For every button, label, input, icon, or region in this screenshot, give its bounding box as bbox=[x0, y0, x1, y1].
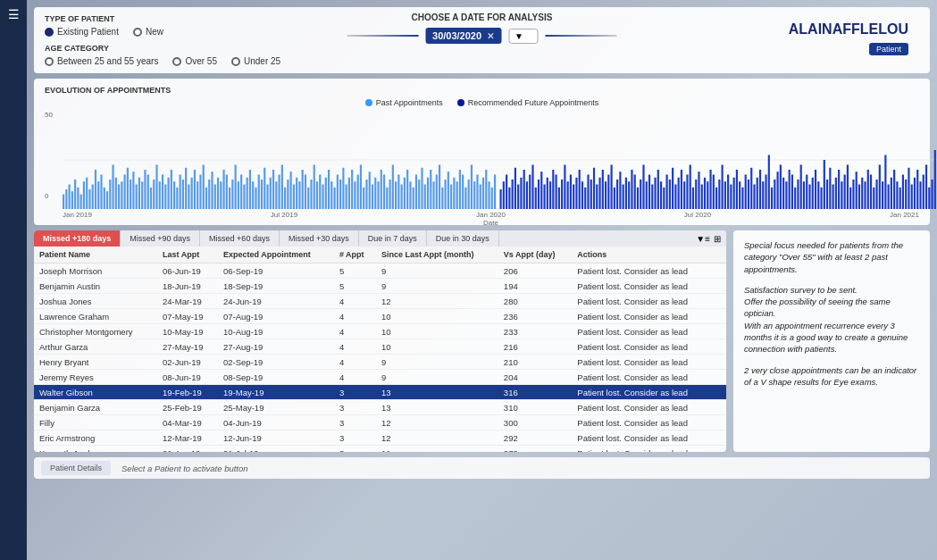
svg-rect-81 bbox=[293, 185, 295, 210]
table-row[interactable]: Eric Armstrong 12-Mar-19 12-Jun-19 3 12 … bbox=[34, 430, 726, 446]
patient-button[interactable]: Patient bbox=[869, 43, 908, 55]
table-row[interactable]: Joshua Jones 24-Mar-19 24-Jun-19 4 12 28… bbox=[34, 294, 726, 309]
existing-patient-radio[interactable]: Existing Patient bbox=[45, 27, 119, 37]
svg-rect-112 bbox=[383, 175, 385, 210]
cell-action: Patient lost. Consider as lead bbox=[572, 355, 715, 370]
svg-rect-176 bbox=[573, 185, 574, 210]
table-scroll[interactable]: Patient Name Last Appt Expected Appointm… bbox=[34, 247, 726, 452]
cell-since-last: 9 bbox=[376, 279, 498, 294]
current-date: 30/03/2020 bbox=[432, 30, 481, 41]
svg-rect-19 bbox=[112, 165, 113, 210]
cell-vs-appt: 206 bbox=[498, 263, 573, 279]
table-row[interactable]: Benjamin Garza 25-Feb-19 25-May-19 3 13 … bbox=[34, 400, 726, 415]
radio-dot bbox=[45, 28, 54, 37]
svg-rect-230 bbox=[730, 185, 732, 210]
svg-rect-22 bbox=[121, 181, 122, 209]
svg-rect-98 bbox=[342, 168, 344, 209]
svg-rect-177 bbox=[575, 178, 577, 209]
age-25-55[interactable]: Between 25 and 55 years bbox=[45, 56, 158, 66]
svg-rect-24 bbox=[127, 168, 129, 209]
legend-future-label: Recommended Future Appointments bbox=[468, 98, 599, 107]
svg-rect-104 bbox=[360, 165, 362, 210]
svg-rect-29 bbox=[141, 181, 143, 209]
tab-due-7[interactable]: Due in 7 days bbox=[359, 230, 427, 247]
svg-rect-274 bbox=[858, 185, 860, 210]
hamburger-icon[interactable]: ☰ bbox=[8, 7, 20, 21]
table-row[interactable]: Filly 04-Mar-19 04-Jun-19 3 12 300 Patie… bbox=[34, 415, 726, 430]
patient-details-button[interactable]: Patient Details bbox=[41, 461, 111, 475]
cell-since-last: 10 bbox=[376, 324, 498, 339]
svg-rect-45 bbox=[188, 185, 189, 210]
tab-missed-60[interactable]: Missed +60 days bbox=[200, 230, 280, 247]
svg-rect-255 bbox=[803, 181, 805, 209]
svg-rect-49 bbox=[199, 175, 201, 210]
table-row[interactable]: Joseph Morrison 06-Jun-19 06-Sep-19 5 9 … bbox=[34, 263, 726, 279]
age-under-25[interactable]: Under 25 bbox=[231, 56, 280, 66]
cell-num: 3 bbox=[334, 385, 376, 400]
svg-rect-278 bbox=[870, 175, 872, 210]
svg-rect-187 bbox=[605, 181, 607, 209]
table-row[interactable]: Christopher Montgomery 10-May-19 10-Aug-… bbox=[34, 324, 726, 339]
chart-title: EVOLUTION OF APPOINTMENTS bbox=[45, 86, 919, 95]
filter-icon[interactable]: ▼≡ bbox=[696, 234, 710, 244]
svg-rect-157 bbox=[517, 185, 519, 210]
svg-rect-199 bbox=[640, 180, 641, 209]
svg-rect-40 bbox=[173, 181, 175, 209]
x-label-jul2019: Jul 2019 bbox=[271, 211, 297, 219]
table-row[interactable]: Benjamin Austin 18-Jun-19 18-Sep-19 5 9 … bbox=[34, 279, 726, 294]
tab-missed-90[interactable]: Missed +90 days bbox=[121, 230, 200, 247]
svg-rect-13 bbox=[95, 170, 96, 209]
svg-rect-30 bbox=[144, 170, 146, 209]
svg-rect-242 bbox=[765, 175, 766, 210]
table-row[interactable]: Arthur Garza 27-May-19 27-Aug-19 4 10 21… bbox=[34, 339, 726, 355]
svg-rect-280 bbox=[875, 180, 877, 209]
svg-rect-123 bbox=[415, 175, 417, 210]
svg-rect-113 bbox=[386, 188, 388, 209]
svg-rect-103 bbox=[357, 175, 359, 210]
note-text-2: Satisfaction survey to be sent.Offer the… bbox=[744, 284, 919, 355]
table-row[interactable]: Lawrence Graham 07-May-19 07-Aug-19 4 10… bbox=[34, 309, 726, 324]
date-dropdown[interactable]: ▼ bbox=[508, 29, 539, 44]
svg-rect-234 bbox=[741, 188, 743, 209]
bottom-bar: Patient Details Select a Patient to acti… bbox=[34, 457, 930, 479]
svg-rect-140 bbox=[464, 188, 466, 209]
svg-rect-110 bbox=[377, 181, 379, 209]
cell-expected: 19-May-19 bbox=[218, 385, 334, 400]
notes-panel: Special focus needed for patients from t… bbox=[733, 230, 930, 452]
svg-rect-291 bbox=[908, 168, 909, 209]
col-since-last: Since Last Appt (month) bbox=[376, 247, 498, 263]
date-selector: CHOOSE A DATE FOR ANALYSIS 30/03/2020 ✕ … bbox=[347, 13, 617, 44]
svg-rect-191 bbox=[616, 180, 618, 209]
table-row[interactable]: Jeremy Reyes 08-Jun-19 08-Sep-19 4 9 204… bbox=[34, 370, 726, 385]
new-patient-radio[interactable]: New bbox=[133, 27, 163, 37]
cell-action: Patient lost. Consider as lead bbox=[572, 446, 715, 453]
export-icon[interactable]: ⊞ bbox=[714, 234, 721, 244]
x-label-jan2021: Jan 2021 bbox=[890, 211, 919, 219]
note-text-3: 2 very close appointments can be an indi… bbox=[744, 364, 919, 389]
table-row[interactable]: Walter Gibson 19-Feb-19 19-May-19 3 13 3… bbox=[34, 385, 726, 400]
svg-rect-222 bbox=[707, 181, 708, 209]
chart-x-labels: Jan 2019 Jul 2019 Jan 2020 Jul 2020 Jan … bbox=[63, 211, 919, 219]
age-over-55[interactable]: Over 55 bbox=[172, 56, 217, 66]
date-clear-icon[interactable]: ✕ bbox=[487, 31, 494, 41]
svg-rect-169 bbox=[552, 170, 554, 209]
tab-missed-180[interactable]: Missed +180 days bbox=[34, 230, 121, 247]
svg-rect-147 bbox=[485, 170, 487, 209]
date-pill[interactable]: 30/03/2020 ✕ bbox=[425, 28, 501, 44]
svg-rect-166 bbox=[543, 185, 545, 210]
svg-rect-236 bbox=[748, 180, 749, 209]
svg-rect-60 bbox=[231, 180, 233, 209]
table-row[interactable]: Henry Bryant 02-Jun-19 02-Sep-19 4 9 210… bbox=[34, 355, 726, 370]
table-row[interactable]: Kenneth Jordan 01-Apr-19 01-Jul-19 3 11 … bbox=[34, 446, 726, 453]
svg-rect-283 bbox=[884, 155, 886, 210]
legend-future: Recommended Future Appointments bbox=[457, 98, 599, 107]
tab-missed-30[interactable]: Missed +30 days bbox=[280, 230, 359, 247]
svg-rect-188 bbox=[607, 175, 609, 210]
sidebar: ☰ bbox=[0, 0, 27, 560]
tab-due-30[interactable]: Due in 30 days bbox=[427, 230, 499, 247]
cell-scroll bbox=[715, 294, 726, 309]
svg-rect-23 bbox=[124, 175, 126, 210]
svg-rect-86 bbox=[307, 188, 309, 209]
bottom-area: Missed +180 days Missed +90 days Missed … bbox=[34, 230, 930, 452]
svg-rect-205 bbox=[657, 170, 659, 209]
